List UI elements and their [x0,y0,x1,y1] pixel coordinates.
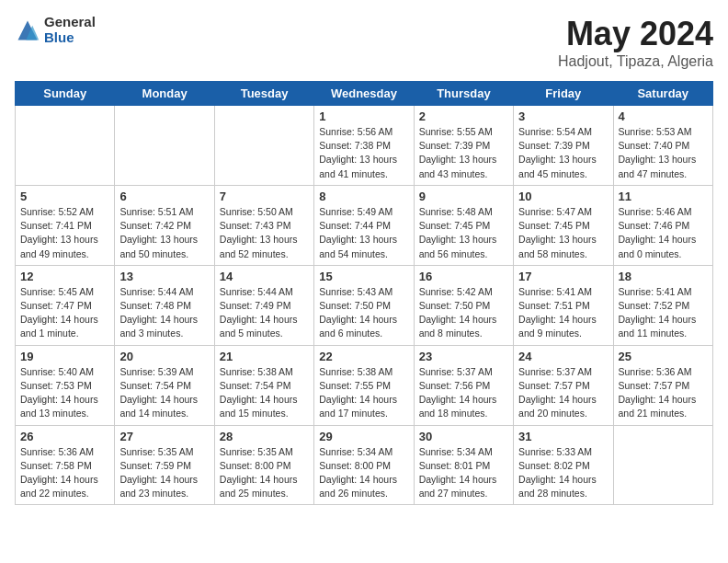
calendar-cell [613,425,712,505]
calendar-cell: 19Sunrise: 5:40 AMSunset: 7:53 PMDayligh… [16,345,115,425]
day-info: Sunrise: 5:39 AMSunset: 7:54 PMDaylight:… [119,365,209,421]
day-info: Sunrise: 5:54 AMSunset: 7:39 PMDaylight:… [518,125,608,181]
day-info: Sunrise: 5:36 AMSunset: 7:57 PMDaylight:… [619,365,708,421]
calendar-cell [214,106,313,186]
calendar-week-row: 12Sunrise: 5:45 AMSunset: 7:47 PMDayligh… [16,265,713,345]
day-info: Sunrise: 5:56 AMSunset: 7:38 PMDaylight:… [319,125,408,181]
day-number: 10 [518,190,608,203]
weekday-header: Saturday [613,82,712,106]
day-number: 19 [20,350,109,363]
day-number: 27 [119,430,209,443]
calendar-cell: 22Sunrise: 5:38 AMSunset: 7:55 PMDayligh… [314,345,414,425]
day-info: Sunrise: 5:44 AMSunset: 7:49 PMDaylight:… [220,285,309,341]
day-number: 24 [518,350,608,363]
day-info: Sunrise: 5:34 AMSunset: 8:00 PMDaylight:… [319,445,408,501]
calendar-cell: 25Sunrise: 5:36 AMSunset: 7:57 PMDayligh… [613,345,712,425]
title-location: Hadjout, Tipaza, Algeria [558,53,713,70]
weekday-header: Sunday [16,82,115,106]
calendar-week-row: 5Sunrise: 5:52 AMSunset: 7:41 PMDaylight… [16,185,713,265]
calendar-week-row: 19Sunrise: 5:40 AMSunset: 7:53 PMDayligh… [16,345,713,425]
calendar-cell: 20Sunrise: 5:39 AMSunset: 7:54 PMDayligh… [115,345,214,425]
day-number: 20 [119,350,209,363]
calendar-cell: 26Sunrise: 5:36 AMSunset: 7:58 PMDayligh… [16,425,115,505]
day-number: 9 [419,190,508,203]
day-info: Sunrise: 5:37 AMSunset: 7:56 PMDaylight:… [419,365,508,421]
calendar-cell: 7Sunrise: 5:50 AMSunset: 7:43 PMDaylight… [214,185,313,265]
day-info: Sunrise: 5:45 AMSunset: 7:47 PMDaylight:… [20,285,109,341]
weekday-header: Monday [115,82,214,106]
day-info: Sunrise: 5:41 AMSunset: 7:52 PMDaylight:… [619,285,708,341]
calendar-week-row: 1Sunrise: 5:56 AMSunset: 7:38 PMDaylight… [16,106,713,186]
calendar-cell: 10Sunrise: 5:47 AMSunset: 7:45 PMDayligh… [514,185,613,265]
calendar-cell: 27Sunrise: 5:35 AMSunset: 7:59 PMDayligh… [115,425,214,505]
day-number: 8 [319,190,408,203]
calendar-cell: 6Sunrise: 5:51 AMSunset: 7:42 PMDaylight… [115,185,214,265]
day-info: Sunrise: 5:37 AMSunset: 7:57 PMDaylight:… [518,365,608,421]
day-number: 1 [319,109,408,123]
calendar-cell: 28Sunrise: 5:35 AMSunset: 8:00 PMDayligh… [214,425,313,505]
day-info: Sunrise: 5:42 AMSunset: 7:50 PMDaylight:… [419,285,508,341]
day-number: 25 [619,350,708,363]
day-number: 14 [220,270,309,283]
calendar-cell: 24Sunrise: 5:37 AMSunset: 7:57 PMDayligh… [514,345,613,425]
day-number: 15 [319,270,408,283]
day-info: Sunrise: 5:55 AMSunset: 7:39 PMDaylight:… [419,125,508,181]
day-info: Sunrise: 5:35 AMSunset: 8:00 PMDaylight:… [220,445,309,501]
day-info: Sunrise: 5:48 AMSunset: 7:45 PMDaylight:… [419,205,508,261]
calendar-cell: 5Sunrise: 5:52 AMSunset: 7:41 PMDaylight… [16,185,115,265]
calendar-cell: 3Sunrise: 5:54 AMSunset: 7:39 PMDaylight… [514,106,613,186]
calendar-cell: 17Sunrise: 5:41 AMSunset: 7:51 PMDayligh… [514,265,613,345]
day-info: Sunrise: 5:35 AMSunset: 7:59 PMDaylight:… [119,445,209,501]
calendar-cell: 18Sunrise: 5:41 AMSunset: 7:52 PMDayligh… [613,265,712,345]
calendar-table: SundayMondayTuesdayWednesdayThursdayFrid… [15,81,713,505]
logo-general: General [44,15,96,30]
day-number: 6 [119,190,209,203]
day-number: 26 [20,430,109,443]
weekday-header: Tuesday [214,82,313,106]
calendar-cell: 21Sunrise: 5:38 AMSunset: 7:54 PMDayligh… [214,345,313,425]
day-number: 11 [619,190,708,203]
calendar-cell: 16Sunrise: 5:42 AMSunset: 7:50 PMDayligh… [414,265,513,345]
day-info: Sunrise: 5:53 AMSunset: 7:40 PMDaylight:… [619,125,708,181]
calendar-cell: 12Sunrise: 5:45 AMSunset: 7:47 PMDayligh… [16,265,115,345]
day-info: Sunrise: 5:49 AMSunset: 7:44 PMDaylight:… [319,205,408,261]
day-number: 28 [220,430,309,443]
day-info: Sunrise: 5:46 AMSunset: 7:46 PMDaylight:… [619,205,708,261]
day-number: 22 [319,350,408,363]
calendar-cell: 2Sunrise: 5:55 AMSunset: 7:39 PMDaylight… [414,106,513,186]
day-number: 23 [419,350,508,363]
weekday-header: Friday [514,82,613,106]
weekday-header-row: SundayMondayTuesdayWednesdayThursdayFrid… [16,82,713,106]
day-number: 7 [220,190,309,203]
day-number: 5 [20,190,109,203]
day-info: Sunrise: 5:44 AMSunset: 7:48 PMDaylight:… [119,285,209,341]
day-info: Sunrise: 5:47 AMSunset: 7:45 PMDaylight:… [518,205,608,261]
day-number: 13 [119,270,209,283]
calendar-cell [16,106,115,186]
day-info: Sunrise: 5:43 AMSunset: 7:50 PMDaylight:… [319,285,408,341]
day-number: 4 [619,109,708,123]
day-number: 12 [20,270,109,283]
logo-icon [15,17,40,43]
calendar-cell: 30Sunrise: 5:34 AMSunset: 8:01 PMDayligh… [414,425,513,505]
logo: General Blue [15,15,96,45]
day-number: 16 [419,270,508,283]
day-number: 21 [220,350,309,363]
page-header: General Blue May 2024 Hadjout, Tipaza, A… [15,15,713,70]
calendar-week-row: 26Sunrise: 5:36 AMSunset: 7:58 PMDayligh… [16,425,713,505]
day-number: 3 [518,109,608,123]
day-info: Sunrise: 5:34 AMSunset: 8:01 PMDaylight:… [419,445,508,501]
calendar-cell: 23Sunrise: 5:37 AMSunset: 7:56 PMDayligh… [414,345,513,425]
calendar-cell: 4Sunrise: 5:53 AMSunset: 7:40 PMDaylight… [613,106,712,186]
day-info: Sunrise: 5:40 AMSunset: 7:53 PMDaylight:… [20,365,109,421]
day-info: Sunrise: 5:33 AMSunset: 8:02 PMDaylight:… [518,445,608,501]
day-info: Sunrise: 5:38 AMSunset: 7:55 PMDaylight:… [319,365,408,421]
day-number: 17 [518,270,608,283]
calendar-cell: 11Sunrise: 5:46 AMSunset: 7:46 PMDayligh… [613,185,712,265]
calendar-cell: 9Sunrise: 5:48 AMSunset: 7:45 PMDaylight… [414,185,513,265]
calendar-cell: 13Sunrise: 5:44 AMSunset: 7:48 PMDayligh… [115,265,214,345]
day-number: 30 [419,430,508,443]
weekday-header: Wednesday [314,82,414,106]
calendar-cell: 15Sunrise: 5:43 AMSunset: 7:50 PMDayligh… [314,265,414,345]
weekday-header: Thursday [414,82,513,106]
